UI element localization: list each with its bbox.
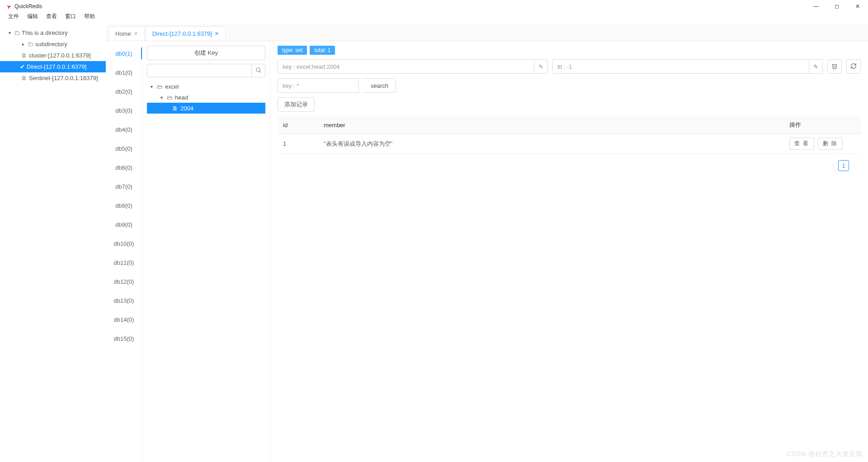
edit-ttl-button[interactable]: ✎ <box>809 60 822 73</box>
tab-label: Home <box>115 30 131 37</box>
menu-edit[interactable]: 编辑 <box>24 12 42 21</box>
column-member: member <box>318 116 784 134</box>
tree-connection-direct[interactable]: ✔ Direct-[127.0.0.1:6379] <box>0 61 106 72</box>
menubar: 文件 编辑 查看 窗口 帮助 <box>0 11 868 24</box>
db-item-6[interactable]: db6(0) <box>106 158 142 177</box>
file-icon: 🗎 <box>20 52 28 59</box>
add-record-button[interactable]: 添加记录 <box>278 97 315 112</box>
view-button[interactable]: 查 看 <box>789 138 814 150</box>
tree-label: subdirectory <box>35 41 67 48</box>
search-button[interactable]: search <box>363 78 396 93</box>
check-circle-icon: ✔ <box>20 63 25 70</box>
column-op: 操作 <box>784 116 861 134</box>
delete-row-button[interactable]: 删 除 <box>818 138 843 150</box>
next-page-icon[interactable]: 〉 <box>852 162 859 170</box>
caret-right-icon: ▸ <box>20 42 26 47</box>
db-item-11[interactable]: db11(0) <box>106 253 142 272</box>
tree-subdirectory[interactable]: ▸ 🗀 subdirectory <box>0 38 106 50</box>
pencil-icon: ✎ <box>813 63 818 70</box>
caret-down-icon: ▾ <box>151 84 157 89</box>
db-item-1[interactable]: db1(0) <box>106 63 142 82</box>
search-icon <box>255 67 262 75</box>
app-logo-icon: ➤ <box>5 2 13 10</box>
caret-down-icon: ▾ <box>160 95 167 100</box>
folder-icon: 🗀 <box>26 41 34 48</box>
ttl-input[interactable] <box>553 60 809 73</box>
db-item-15[interactable]: db15(0) <box>106 329 142 348</box>
tree-label: Direct-[127.0.0.1:6379] <box>27 63 86 70</box>
page-number[interactable]: 1 <box>838 160 849 171</box>
tree-label: This is a directory <box>22 29 68 36</box>
db-item-3[interactable]: db3(0) <box>106 101 142 120</box>
tree-root[interactable]: ▾ 🗀 This is a directory <box>0 27 106 38</box>
titlebar: ➤ QuickRedis — ◻ ✕ <box>0 0 868 11</box>
key-tree-label: excel <box>165 83 179 90</box>
key-search-input[interactable] <box>147 64 252 77</box>
tab-label: Direct-[127.0.0.1:6379] <box>152 30 212 37</box>
db-item-9[interactable]: db9(0) <box>106 215 142 234</box>
db-item-7[interactable]: db7(0) <box>106 177 142 196</box>
db-item-8[interactable]: db8(0) <box>106 196 142 215</box>
tabs: Home ✕ Direct-[127.0.0.1:6379] ✕ <box>106 26 868 41</box>
db-item-14[interactable]: db14(0) <box>106 310 142 329</box>
file-icon: 🗎 <box>20 75 28 81</box>
tree-connection-sentinel[interactable]: 🗎 Sentinel-[127.0.0.1:16379] <box>0 72 106 84</box>
pencil-icon: ✎ <box>538 63 543 70</box>
tab-home[interactable]: Home ✕ <box>108 26 145 41</box>
detail-panel: type: set total: 1 ✎ ✎ <box>270 41 868 462</box>
key-tree-head[interactable]: ▾ 🗁 head <box>147 92 265 103</box>
maximize-button[interactable]: ◻ <box>826 1 847 12</box>
database-list: db0(1) db1(0) db2(0) db3(0) db4(0) db5(0… <box>106 41 142 462</box>
db-item-12[interactable]: db12(0) <box>106 272 142 291</box>
search-button[interactable] <box>252 64 265 77</box>
delete-key-button[interactable] <box>827 59 842 74</box>
db-item-13[interactable]: db13(0) <box>106 291 142 310</box>
tree-label: Sentinel-[127.0.0.1:16379] <box>29 75 98 81</box>
folder-icon: 🗀 <box>13 29 21 36</box>
db-item-5[interactable]: db5(0) <box>106 139 142 158</box>
cell-member: "表头有误或导入内容为空" <box>318 134 784 154</box>
key-panel: 创建 Key ▾ 🗁 excel ▾ 🗁 <box>142 41 270 462</box>
key-tree-excel[interactable]: ▾ 🗁 excel <box>147 81 265 92</box>
db-item-4[interactable]: db4(0) <box>106 120 142 139</box>
svg-point-0 <box>256 67 259 71</box>
close-button[interactable]: ✕ <box>847 1 868 12</box>
cell-id: 1 <box>278 134 318 154</box>
db-item-10[interactable]: db10(0) <box>106 234 142 253</box>
refresh-button[interactable] <box>846 59 861 74</box>
key-tree-label: head <box>175 94 188 101</box>
db-item-0[interactable]: db0(1) <box>106 44 142 63</box>
key-tree-2004[interactable]: 🗎 2004 <box>147 103 265 114</box>
folder-open-icon: 🗁 <box>167 94 175 101</box>
menu-help[interactable]: 帮助 <box>80 12 99 21</box>
create-key-button[interactable]: 创建 Key <box>147 46 265 60</box>
menu-window[interactable]: 窗口 <box>61 12 80 21</box>
tab-direct[interactable]: Direct-[127.0.0.1:6379] ✕ <box>146 26 226 41</box>
tree-connection-cluster[interactable]: 🗎 cluster-[127.0.0.1:6379] <box>0 50 106 61</box>
members-table: id member 操作 1 "表头有误或导入内容为空" 查 看 删 除 <box>278 116 861 154</box>
svg-line-1 <box>259 71 261 72</box>
key-tree-label: 2004 <box>180 105 193 112</box>
db-item-2[interactable]: db2(0) <box>106 82 142 101</box>
type-badge: type: set <box>278 46 307 55</box>
folder-open-icon: 🗁 <box>157 83 165 90</box>
pagination: 〈 1 〉 <box>278 160 861 171</box>
caret-down-icon: ▾ <box>6 30 13 35</box>
refresh-icon <box>850 63 857 71</box>
key-name-input[interactable] <box>278 60 534 73</box>
file-icon: 🗎 <box>172 105 180 112</box>
connection-tree: ▾ 🗀 This is a directory ▸ 🗀 subdirectory… <box>0 24 106 462</box>
column-id: id <box>278 116 318 134</box>
edit-key-button[interactable]: ✎ <box>534 60 547 73</box>
table-row: 1 "表头有误或导入内容为空" 查 看 删 除 <box>278 134 861 154</box>
total-badge: total: 1 <box>310 46 335 55</box>
window-controls: — ◻ ✕ <box>806 1 868 12</box>
prev-page-icon[interactable]: 〈 <box>828 162 835 170</box>
close-icon[interactable]: ✕ <box>134 31 138 37</box>
filter-input[interactable] <box>278 78 359 93</box>
minimize-button[interactable]: — <box>806 1 826 12</box>
menu-view[interactable]: 查看 <box>42 12 61 21</box>
close-icon[interactable]: ✕ <box>215 31 219 37</box>
app-title: QuickRedis <box>14 3 42 10</box>
menu-file[interactable]: 文件 <box>5 12 23 21</box>
